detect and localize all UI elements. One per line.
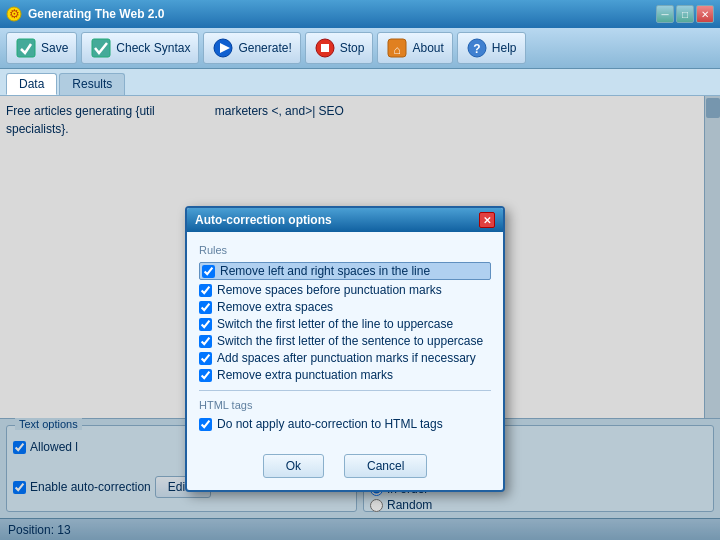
window-controls: ─ □ ✕	[656, 5, 714, 23]
dialog-title-text: Auto-correction options	[195, 213, 332, 227]
rule-row-7: Remove extra punctuation marks	[199, 368, 491, 382]
rule-1-label: Remove left and right spaces in the line	[220, 264, 430, 278]
tab-data[interactable]: Data	[6, 73, 57, 95]
about-label: About	[412, 41, 443, 55]
help-label: Help	[492, 41, 517, 55]
generate-button[interactable]: Generate!	[203, 32, 300, 64]
about-button[interactable]: ⌂ About	[377, 32, 452, 64]
close-button[interactable]: ✕	[696, 5, 714, 23]
rule-row-2: Remove spaces before punctuation marks	[199, 283, 491, 297]
dialog-close-button[interactable]: ✕	[479, 212, 495, 228]
svg-text:⌂: ⌂	[394, 43, 401, 57]
cancel-button[interactable]: Cancel	[344, 454, 427, 478]
svg-rect-3	[92, 39, 110, 57]
title-bar: ⚙ Generating The Web 2.0 ─ □ ✕	[0, 0, 720, 28]
rule-row-3: Remove extra spaces	[199, 300, 491, 314]
rule-4-label: Switch the first letter of the line to u…	[217, 317, 453, 331]
minimize-button[interactable]: ─	[656, 5, 674, 23]
rule-7-label: Remove extra punctuation marks	[217, 368, 393, 382]
rule-5-checkbox[interactable]	[199, 335, 212, 348]
rule-row-4: Switch the first letter of the line to u…	[199, 317, 491, 331]
tabs-bar: Data Results	[0, 69, 720, 96]
about-icon: ⌂	[386, 37, 408, 59]
stop-button[interactable]: Stop	[305, 32, 374, 64]
rule-7-checkbox[interactable]	[199, 369, 212, 382]
toolbar: Save Check Syntax Generate!	[0, 28, 720, 69]
rule-6-label: Add spaces after punctuation marks if ne…	[217, 351, 476, 365]
html-section: HTML tags Do not apply auto-correction t…	[199, 399, 491, 431]
save-label: Save	[41, 41, 68, 55]
stop-icon	[314, 37, 336, 59]
check-syntax-icon	[90, 37, 112, 59]
rule-3-label: Remove extra spaces	[217, 300, 333, 314]
app-icon: ⚙	[6, 6, 22, 22]
html-rule-label: Do not apply auto-correction to HTML tag…	[217, 417, 443, 431]
maximize-button[interactable]: □	[676, 5, 694, 23]
generate-label: Generate!	[238, 41, 291, 55]
stop-label: Stop	[340, 41, 365, 55]
html-section-label: HTML tags	[199, 399, 491, 411]
rule-1-checkbox[interactable]	[202, 265, 215, 278]
rule-row-6: Add spaces after punctuation marks if ne…	[199, 351, 491, 365]
rules-section-label: Rules	[199, 244, 491, 256]
dialog-body: Rules Remove left and right spaces in th…	[187, 232, 503, 444]
rule-5-label: Switch the first letter of the sentence …	[217, 334, 483, 348]
dialog-footer: Ok Cancel	[187, 444, 503, 490]
svg-rect-2	[17, 39, 35, 57]
rule-3-checkbox[interactable]	[199, 301, 212, 314]
ok-button[interactable]: Ok	[263, 454, 324, 478]
rule-4-checkbox[interactable]	[199, 318, 212, 331]
save-button[interactable]: Save	[6, 32, 77, 64]
rule-2-label: Remove spaces before punctuation marks	[217, 283, 442, 297]
check-syntax-label: Check Syntax	[116, 41, 190, 55]
svg-text:⚙: ⚙	[9, 7, 20, 21]
autocorrection-dialog: Auto-correction options ✕ Rules Remove l…	[185, 206, 505, 492]
rule-6-checkbox[interactable]	[199, 352, 212, 365]
rule-row-1: Remove left and right spaces in the line	[199, 262, 491, 280]
dialog-title-bar: Auto-correction options ✕	[187, 208, 503, 232]
generate-icon	[212, 37, 234, 59]
svg-rect-7	[321, 44, 329, 52]
html-rule-row: Do not apply auto-correction to HTML tag…	[199, 417, 491, 431]
help-icon: ?	[466, 37, 488, 59]
save-icon	[15, 37, 37, 59]
window-title: Generating The Web 2.0	[28, 7, 656, 21]
check-syntax-button[interactable]: Check Syntax	[81, 32, 199, 64]
help-button[interactable]: ? Help	[457, 32, 526, 64]
tab-results[interactable]: Results	[59, 73, 125, 95]
html-rule-checkbox[interactable]	[199, 418, 212, 431]
rule-row-5: Switch the first letter of the sentence …	[199, 334, 491, 348]
svg-text:?: ?	[473, 42, 480, 56]
rule-2-checkbox[interactable]	[199, 284, 212, 297]
